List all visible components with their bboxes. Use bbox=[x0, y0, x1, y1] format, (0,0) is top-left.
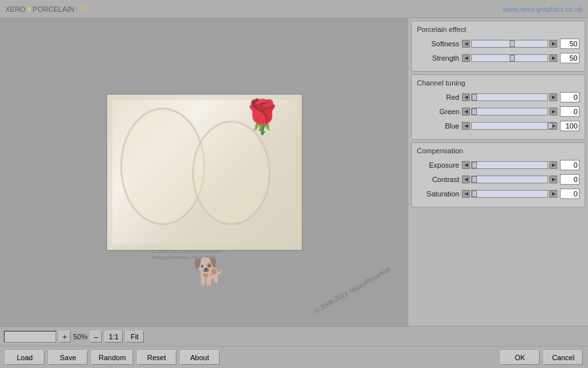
porcelain-effect-title: Porcelain effect bbox=[417, 25, 580, 33]
exposure-slider-thumb[interactable] bbox=[472, 162, 477, 168]
zoom-1to1-button[interactable]: 1:1 bbox=[105, 331, 123, 343]
softness-slider-container: ◀ ▶ bbox=[462, 40, 557, 48]
strength-increase-button[interactable]: ▶ bbox=[549, 54, 557, 62]
right-panel: Porcelain effect Softness ◀ ▶ Strength ◀ bbox=[408, 18, 588, 326]
title-bar: XERO▼PORCELAIN / XL www.xero-graphics.co… bbox=[0, 0, 588, 18]
compensation-title: Compensation bbox=[417, 147, 580, 155]
red-row: Red ◀ ▶ bbox=[417, 92, 580, 102]
red-slider-track[interactable] bbox=[471, 93, 548, 101]
contrast-increase-button[interactable]: ▶ bbox=[549, 176, 557, 183]
zoom-minus-button[interactable]: – bbox=[90, 331, 102, 343]
bottom-bar: + 50% – 1:1 Fit bbox=[0, 326, 588, 346]
contrast-row: Contrast ◀ ▶ bbox=[417, 174, 580, 185]
exposure-value-input[interactable] bbox=[560, 160, 580, 170]
about-button[interactable]: About bbox=[180, 350, 220, 365]
saturation-slider-container: ◀ ▶ bbox=[462, 190, 557, 198]
canvas-watermark: © 2008-2011 HappyRonanianHappyRonanian 2… bbox=[147, 222, 225, 287]
save-button[interactable]: Save bbox=[48, 350, 88, 365]
strength-slider-track[interactable] bbox=[471, 54, 548, 62]
app-title: XERO▼PORCELAIN / XL bbox=[5, 5, 89, 13]
random-button[interactable]: Random bbox=[91, 350, 133, 365]
green-row: Green ◀ ▶ bbox=[417, 106, 580, 117]
red-increase-button[interactable]: ▶ bbox=[549, 93, 557, 101]
exposure-decrease-button[interactable]: ◀ bbox=[462, 161, 470, 169]
green-decrease-button[interactable]: ◀ bbox=[462, 108, 470, 115]
strength-value-input[interactable] bbox=[560, 53, 580, 63]
red-slider-container: ◀ ▶ bbox=[462, 93, 557, 101]
load-button[interactable]: Load bbox=[5, 350, 44, 365]
saturation-row: Saturation ◀ ▶ bbox=[417, 189, 580, 199]
saturation-slider-track[interactable] bbox=[471, 190, 548, 198]
saturation-increase-button[interactable]: ▶ bbox=[549, 190, 557, 198]
saturation-label: Saturation bbox=[417, 190, 459, 198]
green-value-input[interactable] bbox=[560, 106, 580, 117]
saturation-value-input[interactable] bbox=[560, 189, 580, 199]
blue-label: Blue bbox=[417, 122, 459, 130]
red-label: Red bbox=[417, 93, 459, 101]
main-area: 🌹 © 2008-2011 HappyRonanian © 2008-2011 … bbox=[0, 18, 588, 326]
channel-tuning-title: Channel tuning bbox=[417, 79, 580, 87]
blue-decrease-button[interactable]: ◀ bbox=[462, 122, 470, 130]
porcelain-effect-section: Porcelain effect Softness ◀ ▶ Strength ◀ bbox=[411, 21, 585, 72]
zoom-input[interactable] bbox=[4, 331, 56, 343]
title-slash: / bbox=[74, 5, 80, 13]
zoom-plus-button[interactable]: + bbox=[59, 331, 71, 343]
oval-frame-right bbox=[192, 121, 270, 225]
dog-figure: 🐕 bbox=[193, 256, 225, 287]
exposure-row: Exposure ◀ ▶ bbox=[417, 160, 580, 170]
title-xero: XERO bbox=[5, 5, 25, 13]
ok-cancel-group: OK Cancel bbox=[500, 350, 583, 365]
strength-decrease-button[interactable]: ◀ bbox=[462, 54, 470, 62]
strength-slider-container: ◀ ▶ bbox=[462, 54, 557, 62]
saturation-slider-thumb[interactable] bbox=[472, 191, 477, 197]
watermark-text: © 2008-2011 HappyRonanian bbox=[313, 266, 391, 315]
green-label: Green bbox=[417, 108, 459, 115]
contrast-slider-thumb[interactable] bbox=[472, 176, 477, 183]
strength-row: Strength ◀ ▶ bbox=[417, 53, 580, 63]
softness-row: Softness ◀ ▶ bbox=[417, 38, 580, 49]
softness-decrease-button[interactable]: ◀ bbox=[462, 40, 470, 48]
saturation-decrease-button[interactable]: ◀ bbox=[462, 190, 470, 198]
red-decrease-button[interactable]: ◀ bbox=[462, 93, 470, 101]
channel-tuning-section: Channel tuning Red ◀ ▶ Green ◀ bbox=[411, 74, 585, 140]
exposure-slider-container: ◀ ▶ bbox=[462, 161, 557, 169]
strength-slider-thumb[interactable] bbox=[510, 55, 515, 61]
exposure-label: Exposure bbox=[417, 161, 459, 169]
contrast-value-input[interactable] bbox=[560, 174, 580, 185]
yellow-rose-decoration: 🌹 bbox=[242, 98, 282, 136]
blue-slider-track[interactable] bbox=[471, 122, 548, 130]
title-porcelain: PORCELAIN bbox=[33, 5, 74, 13]
green-slider-track[interactable] bbox=[471, 108, 548, 115]
zoom-percent: 50% bbox=[73, 333, 88, 341]
exposure-increase-button[interactable]: ▶ bbox=[549, 161, 557, 169]
footer-bar: Load Save Random Reset About OK Cancel bbox=[0, 346, 588, 368]
title-xl: XL bbox=[80, 5, 89, 13]
cancel-button[interactable]: Cancel bbox=[544, 350, 583, 365]
softness-slider-track[interactable] bbox=[471, 40, 548, 48]
softness-label: Softness bbox=[417, 40, 459, 48]
softness-value-input[interactable] bbox=[560, 38, 580, 49]
contrast-slider-track[interactable] bbox=[471, 176, 548, 183]
contrast-slider-container: ◀ ▶ bbox=[462, 176, 557, 183]
compensation-section: Compensation Exposure ◀ ▶ Contrast ◀ bbox=[411, 142, 585, 207]
blue-slider-thumb[interactable] bbox=[547, 123, 553, 129]
watermark: © 2008-2011 HappyRonanian bbox=[313, 266, 391, 315]
blue-row: Blue ◀ ▶ bbox=[417, 121, 580, 131]
exposure-slider-track[interactable] bbox=[471, 161, 548, 169]
red-slider-thumb[interactable] bbox=[472, 94, 477, 100]
ok-button[interactable]: OK bbox=[500, 350, 540, 365]
green-slider-thumb[interactable] bbox=[472, 108, 477, 115]
reset-button[interactable]: Reset bbox=[137, 350, 176, 365]
softness-slider-thumb[interactable] bbox=[510, 40, 515, 47]
website-link[interactable]: www.xero-graphics.co.uk bbox=[503, 5, 583, 13]
blue-value-input[interactable] bbox=[560, 121, 580, 131]
canvas-area: 🌹 © 2008-2011 HappyRonanian © 2008-2011 … bbox=[0, 18, 408, 326]
softness-increase-button[interactable]: ▶ bbox=[549, 40, 557, 48]
red-value-input[interactable] bbox=[560, 92, 580, 102]
green-slider-container: ◀ ▶ bbox=[462, 108, 557, 115]
contrast-decrease-button[interactable]: ◀ bbox=[462, 176, 470, 183]
strength-label: Strength bbox=[417, 54, 459, 62]
green-increase-button[interactable]: ▶ bbox=[549, 108, 557, 115]
title-arrow: ▼ bbox=[25, 5, 33, 13]
zoom-fit-button[interactable]: Fit bbox=[125, 331, 144, 343]
